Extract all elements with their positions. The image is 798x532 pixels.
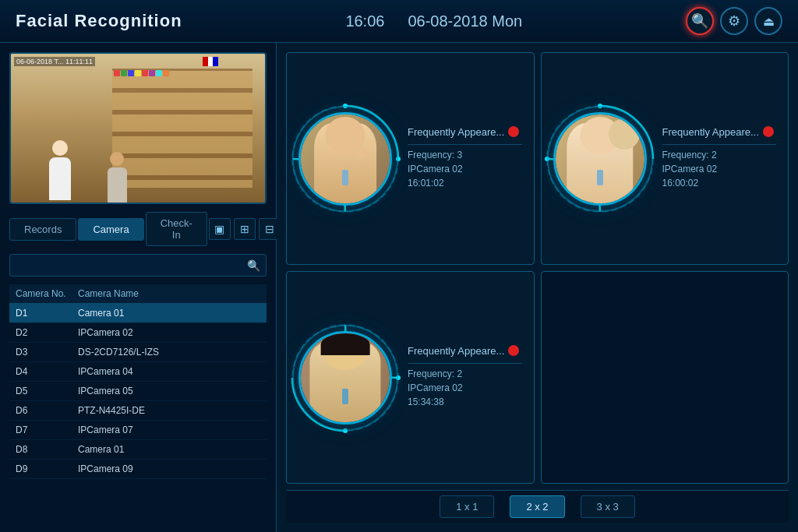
recog-card-2: Frequently Appeare... Frequency: 2 IPCam… [541, 52, 789, 265]
camera-no: D3 [16, 347, 78, 358]
camera-name: IPCamera 07 [78, 425, 260, 435]
layout-2x2-button[interactable]: 2 x 2 [510, 495, 564, 518]
search-record-button[interactable]: 🔍 [686, 7, 714, 35]
view-split[interactable]: ⊞ [234, 218, 256, 240]
search-icon: 🔍 [247, 259, 260, 272]
right-panel: Frequently Appeare... Frequency: 3 IPCam… [277, 43, 798, 532]
recog-title-2: Frequently Appeare... [662, 126, 777, 138]
face-circle-1 [298, 112, 392, 206]
logout-button[interactable]: ⏏ [754, 7, 782, 35]
divider-3 [408, 363, 522, 364]
camera-timestamp: 06-06-2018 T... 11:11:11 [14, 57, 95, 66]
camera-no: D1 [16, 308, 78, 319]
camera-name: IPCamera 05 [78, 386, 260, 396]
recog-info-1: Frequently Appeare... Frequency: 3 IPCam… [408, 126, 522, 192]
recog-camera-1: IPCamera 02 [408, 164, 522, 174]
col-camera-no: Camera No. [16, 288, 78, 299]
search-icon: 🔍 [691, 12, 708, 30]
camera-name: Camera 01 [78, 308, 260, 319]
camera-no: D8 [16, 444, 78, 455]
tab-checkin[interactable]: Check-In [146, 212, 207, 246]
camera-no: D6 [16, 405, 78, 416]
camera-name: Camera 01 [78, 444, 260, 455]
face-circle-2 [553, 112, 647, 206]
camera-no: D7 [16, 425, 78, 435]
header-date: 06-08-2018 Mon [408, 12, 522, 30]
recog-title-1: Frequently Appeare... [408, 126, 522, 138]
recog-time-2: 16:00:02 [662, 178, 777, 188]
view-single[interactable]: ▣ [209, 218, 231, 240]
recog-camera-3: IPCamera 02 [408, 382, 522, 393]
camera-name: PTZ-N4425I-DE [78, 405, 260, 416]
col-camera-name: Camera Name [78, 288, 260, 299]
view-buttons: ▣ ⊞ ⊟ [209, 218, 281, 240]
table-row[interactable]: D1Camera 01 [9, 304, 267, 323]
left-panel: 06-06-2018 T... 11:11:11 Records Camera … [0, 43, 277, 532]
search-box: 🔍 [9, 254, 267, 277]
table-row[interactable]: D5IPCamera 05 [9, 382, 267, 401]
tab-camera[interactable]: Camera [78, 218, 143, 241]
table-row[interactable]: D4IPCamera 04 [9, 362, 267, 382]
bottom-bar: 1 x 1 2 x 2 3 x 3 [286, 490, 789, 523]
header: Facial Recognition 16:06 06-08-2018 Mon … [0, 0, 798, 43]
recog-time-1: 16:01:02 [408, 178, 522, 188]
layout-3x3-button[interactable]: 3 x 3 [581, 495, 635, 518]
table-row[interactable]: D8Camera 01 [9, 440, 267, 460]
main-layout: 06-06-2018 T... 11:11:11 Records Camera … [0, 43, 798, 532]
camera-name: IPCamera 02 [78, 327, 260, 338]
tab-records[interactable]: Records [9, 218, 76, 241]
recog-freq-2: Frequency: 2 [662, 150, 777, 160]
camera-name: DS-2CD7126/L-IZS [78, 347, 260, 358]
recog-card-3: Frequently Appeare... Frequency: 2 IPCam… [286, 271, 535, 484]
table-row[interactable]: D9IPCamera 09 [9, 460, 267, 479]
divider-1 [408, 144, 522, 145]
tab-bar: Records Camera Check-In ▣ ⊞ ⊟ [9, 212, 267, 246]
face-circle-container-3 [298, 331, 392, 425]
divider-2 [662, 144, 777, 145]
alert-dot-1 [508, 126, 519, 137]
camera-name: IPCamera 09 [78, 463, 260, 474]
gear-icon: ⚙ [728, 12, 740, 30]
page-title: Facial Recognition [16, 11, 182, 31]
table-row[interactable]: D2IPCamera 02 [9, 323, 267, 343]
settings-button[interactable]: ⚙ [720, 7, 748, 35]
camera-table: Camera No. Camera Name D1Camera 01D2IPCa… [9, 284, 267, 523]
camera-feed: 06-06-2018 T... 11:11:11 [9, 52, 267, 204]
recog-card-4 [541, 271, 789, 484]
camera-no: D4 [16, 366, 78, 377]
table-row[interactable]: D6PTZ-N4425I-DE [9, 401, 267, 421]
face-circle-3 [298, 331, 392, 425]
recog-freq-3: Frequency: 2 [408, 368, 522, 379]
camera-flag-icon [203, 57, 218, 66]
recog-time-3: 15:34:38 [408, 396, 522, 407]
camera-table-body: D1Camera 01D2IPCamera 02D3DS-2CD7126/L-I… [9, 304, 267, 479]
layout-1x1-button[interactable]: 1 x 1 [440, 495, 494, 518]
header-datetime: 16:06 06-08-2018 Mon [345, 12, 522, 30]
table-row[interactable]: D7IPCamera 07 [9, 421, 267, 440]
camera-no: D2 [16, 327, 78, 338]
alert-dot-2 [763, 126, 774, 137]
table-row[interactable]: D3DS-2CD7126/L-IZS [9, 343, 267, 362]
recog-info-2: Frequently Appeare... Frequency: 2 IPCam… [662, 126, 777, 192]
camera-no: D9 [16, 463, 78, 474]
camera-name: IPCamera 04 [78, 366, 260, 377]
recog-info-3: Frequently Appeare... Frequency: 2 IPCam… [408, 345, 522, 410]
header-time: 16:06 [345, 12, 384, 30]
recog-freq-1: Frequency: 3 [408, 150, 522, 160]
recognition-grid: Frequently Appeare... Frequency: 3 IPCam… [286, 52, 789, 484]
header-icons: Search Record 🔍 ⚙ ⏏ [686, 7, 782, 35]
table-header: Camera No. Camera Name [9, 284, 267, 304]
camera-no: D5 [16, 386, 78, 396]
face-circle-container-2 [553, 112, 647, 206]
recog-camera-2: IPCamera 02 [662, 164, 777, 174]
recog-title-3: Frequently Appeare... [408, 345, 522, 357]
recog-card-1: Frequently Appeare... Frequency: 3 IPCam… [286, 52, 535, 265]
search-input[interactable] [9, 254, 267, 277]
alert-dot-3 [508, 345, 519, 356]
logout-icon: ⏏ [763, 14, 775, 29]
face-circle-container-1 [298, 112, 392, 206]
